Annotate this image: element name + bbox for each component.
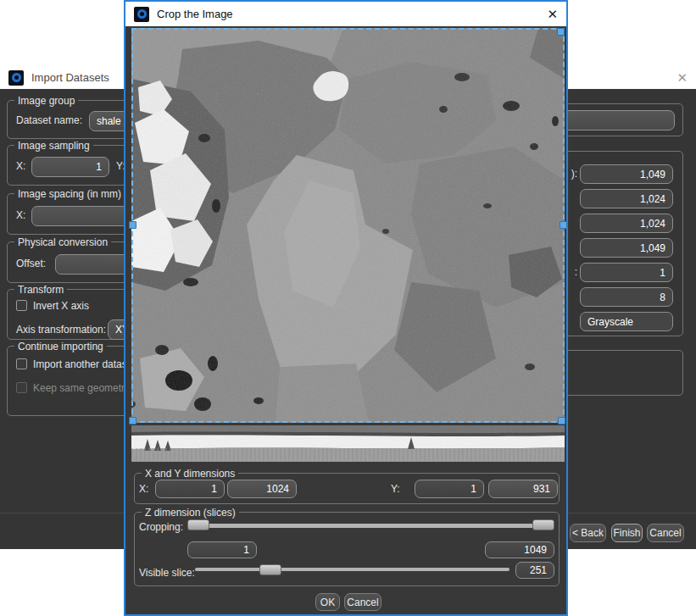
crop-image-dialog: Crop the Image ✕ [124, 0, 568, 616]
xy-y-label: Y: [391, 483, 400, 496]
app-background: Import Datasets ✕ Image group Dataset na… [0, 0, 696, 616]
right-row-6-field[interactable]: Grayscale [580, 312, 673, 331]
app-icon [134, 7, 149, 22]
y-end-field[interactable]: 931 [488, 480, 558, 498]
dataset-name-label: Dataset name: [16, 114, 82, 127]
group-xy-dimensions-label: X and Y dimensions [142, 467, 238, 480]
group-xy-dimensions: X and Y dimensions X: 1 1024 Y: 1 931 [134, 473, 560, 504]
sampling-x-label: X: [16, 160, 25, 173]
y-start-field[interactable]: 1 [415, 480, 484, 498]
selection-handle-bottom-right[interactable] [558, 417, 565, 425]
import-another-dataset-checkbox[interactable] [16, 358, 27, 369]
back-button[interactable]: < Back [570, 524, 606, 542]
z-range-end-field[interactable]: 1049 [485, 541, 554, 558]
app-icon [8, 70, 24, 86]
import-dialog-title: Import Datasets [31, 71, 109, 84]
x-start-field[interactable]: 1 [155, 480, 225, 498]
import-cancel-button[interactable]: Cancel [647, 524, 684, 542]
z-cropping-range-slider[interactable] [187, 519, 554, 531]
crop-close-icon[interactable]: ✕ [547, 8, 558, 20]
x-end-field[interactable]: 1024 [227, 480, 297, 498]
crop-dialog-title: Crop the Image [157, 8, 233, 20]
selection-handle-bottom-left[interactable] [129, 417, 136, 425]
z-cropping-track[interactable] [187, 524, 554, 528]
finish-button[interactable]: Finish [611, 524, 643, 542]
axis-transformation-label: Axis transformation: [16, 324, 106, 336]
right-row-0-field[interactable]: 1,049 [580, 164, 673, 184]
crop-preview-area [131, 28, 565, 423]
visible-slice-field[interactable]: 251 [515, 562, 554, 579]
crop-selection-rect[interactable] [131, 28, 565, 423]
group-physical-conversion-label: Physical conversion [14, 236, 111, 249]
z-range-start-field[interactable]: 1 [187, 541, 257, 558]
crop-dialog-titlebar[interactable]: Crop the Image ✕ [125, 2, 566, 26]
ok-button[interactable]: OK [315, 593, 340, 611]
right-row-4-field[interactable]: 1 [580, 263, 673, 282]
offset-label: Offset: [16, 258, 46, 270]
group-transform-label: Transform [14, 283, 67, 297]
import-another-dataset-label: Import another dataset [33, 358, 136, 371]
visible-slice-track[interactable] [195, 568, 509, 571]
keep-same-geometry-label: Keep same geometry [33, 382, 130, 395]
right-row-3-field[interactable]: 1,049 [580, 238, 673, 258]
selection-handle-left-middle[interactable] [129, 221, 136, 229]
invert-x-axis-label: Invert X axis [33, 300, 89, 313]
group-image-spacing-label: Image spacing (in mm) [14, 187, 125, 201]
group-image-group-label: Image group [14, 94, 78, 108]
right-row-5-field[interactable]: 8 [580, 287, 673, 307]
spacing-x-label: X: [16, 209, 25, 222]
import-close-icon[interactable]: ✕ [677, 71, 688, 84]
keep-same-geometry-checkbox [16, 382, 27, 393]
selection-handle-right-middle[interactable] [560, 221, 567, 229]
visible-slice-handle[interactable] [259, 564, 281, 575]
right-row-2-field[interactable]: 1,024 [580, 214, 673, 233]
z-cropping-handle-min[interactable] [187, 519, 209, 530]
group-image-sampling-label: Image sampling [14, 139, 93, 153]
xy-x-label: X: [139, 483, 148, 496]
group-z-dimension-label: Z dimension (slices) [142, 506, 239, 519]
group-z-dimension: Z dimension (slices) Cropping: 1 1049 Vi… [134, 512, 560, 586]
side-view-strip-image [131, 425, 565, 462]
right-row-1-field[interactable]: 1,024 [580, 189, 673, 208]
invert-x-axis-checkbox[interactable] [16, 300, 27, 311]
z-cropping-handle-max[interactable] [532, 519, 554, 530]
selection-handle-top-right[interactable] [557, 28, 565, 36]
right-top-field[interactable] [560, 110, 675, 130]
group-continue-importing-label: Continue importing [14, 340, 107, 353]
crop-cancel-button[interactable]: Cancel [344, 593, 381, 611]
sampling-x-field[interactable]: 1 [31, 157, 109, 177]
cropping-label: Cropping: [139, 521, 183, 534]
visible-slice-slider[interactable] [195, 564, 509, 575]
side-view-strip [131, 425, 565, 462]
visible-slice-label: Visible slice: [139, 567, 195, 580]
